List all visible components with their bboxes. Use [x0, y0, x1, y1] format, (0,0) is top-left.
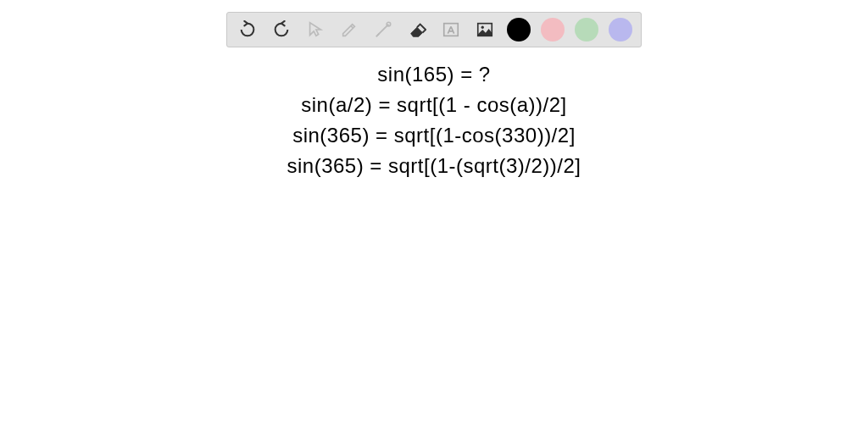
undo-button[interactable]: [236, 18, 259, 42]
pointer-button[interactable]: [303, 18, 327, 42]
color-purple-button[interactable]: [609, 18, 632, 42]
pointer-icon: [306, 20, 325, 39]
color-black-button[interactable]: [507, 18, 531, 42]
pencil-icon: [340, 20, 359, 39]
color-green-button[interactable]: [575, 18, 598, 42]
color-pink-button[interactable]: [541, 18, 565, 42]
textbox-button[interactable]: [439, 18, 463, 42]
undo-icon: [238, 20, 257, 39]
tools-icon: [374, 20, 392, 39]
pencil-button[interactable]: [337, 18, 361, 42]
math-line-2: sin(a/2) = sqrt[(1 - cos(a))/2]: [301, 93, 567, 117]
image-icon: [476, 20, 494, 39]
svg-point-0: [387, 22, 391, 26]
toolbar: [226, 12, 642, 47]
math-line-1: sin(165) = ?: [377, 63, 490, 86]
math-line-3: sin(365) = sqrt[(1-cos(330))/2]: [292, 124, 576, 147]
canvas-content: sin(165) = ? sin(a/2) = sqrt[(1 - cos(a)…: [287, 63, 581, 178]
eraser-icon: [408, 20, 426, 39]
eraser-button[interactable]: [405, 18, 429, 42]
image-button[interactable]: [473, 18, 497, 42]
svg-point-3: [481, 26, 484, 29]
textbox-icon: [442, 20, 460, 39]
redo-icon: [272, 20, 291, 39]
svg-rect-1: [444, 24, 459, 36]
math-line-4: sin(365) = sqrt[(1-(sqrt(3)/2))/2]: [287, 154, 581, 178]
tools-button[interactable]: [371, 18, 395, 42]
redo-button[interactable]: [270, 18, 293, 42]
